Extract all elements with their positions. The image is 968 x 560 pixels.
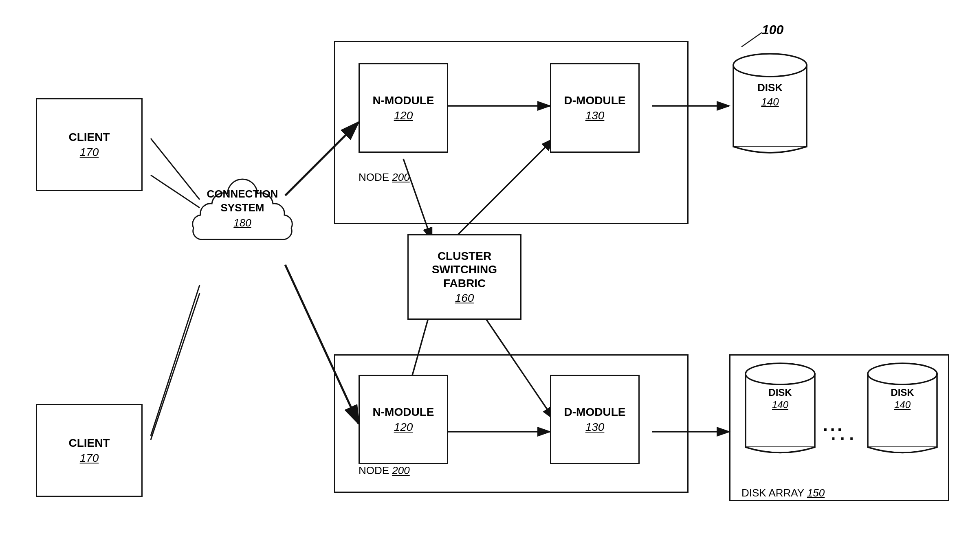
client-bottom-box: CLIENT 170: [36, 404, 143, 497]
cluster-switching-box: CLUSTERSWITCHINGFABRIC 160: [407, 234, 521, 320]
node-bottom-label: NODE 200: [359, 464, 410, 477]
disk-bottom-2: DISK 140: [864, 358, 941, 460]
n-module-top-label: N-MODULE: [373, 94, 434, 108]
d-module-bottom-box: D-MODULE 130: [550, 375, 640, 464]
cluster-switching-num: 160: [455, 292, 474, 305]
diagram: 100: [0, 0, 968, 560]
svg-point-21: [746, 363, 815, 384]
client-top-label: CLIENT: [68, 130, 110, 144]
svg-line-2: [741, 33, 762, 47]
svg-line-5: [151, 285, 200, 436]
svg-line-6: [151, 293, 200, 440]
cluster-switching-label: CLUSTERSWITCHINGFABRIC: [432, 249, 497, 290]
n-module-top-box: N-MODULE 120: [359, 63, 448, 153]
client-bottom-label: CLIENT: [68, 436, 110, 450]
d-module-bottom-num: 130: [585, 421, 605, 434]
n-module-top-num: 120: [394, 109, 413, 122]
disk-bottom-1: DISK 140: [741, 358, 819, 460]
node-top-label: NODE 200: [359, 171, 410, 184]
d-module-top-label: D-MODULE: [564, 94, 626, 108]
svg-point-23: [868, 363, 937, 384]
disk-array-label: DISK ARRAY 150: [741, 487, 825, 499]
connection-system: CONNECTIONSYSTEM 180: [179, 175, 306, 293]
n-module-bottom-num: 120: [394, 421, 413, 434]
client-top-num: 170: [80, 146, 99, 159]
n-module-bottom-label: N-MODULE: [373, 405, 434, 419]
svg-point-19: [733, 54, 807, 77]
d-module-top-box: D-MODULE 130: [550, 63, 640, 153]
reference-number: 100: [762, 22, 783, 37]
n-module-bottom-box: N-MODULE 120: [359, 375, 448, 464]
d-module-top-num: 130: [585, 109, 605, 122]
disk-top: DISK 140: [729, 49, 811, 159]
client-top-box: CLIENT 170: [36, 98, 143, 191]
ellipsis: ...: [823, 415, 845, 435]
client-bottom-num: 170: [80, 452, 99, 465]
d-module-bottom-label: D-MODULE: [564, 405, 626, 419]
